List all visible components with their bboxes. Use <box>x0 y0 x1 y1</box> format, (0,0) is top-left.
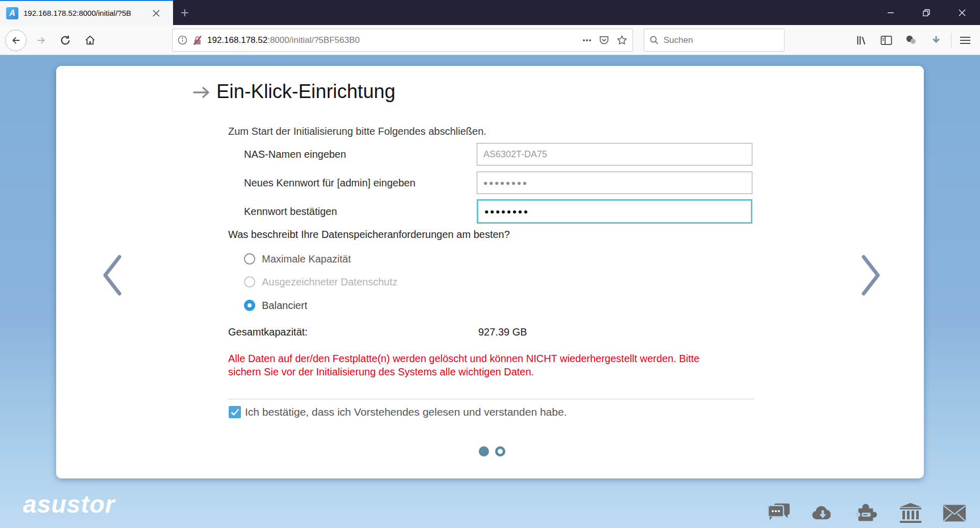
radio-label: Maximale Kapazität <box>262 253 351 265</box>
pagination-dot[interactable] <box>495 446 505 457</box>
chat-icon[interactable] <box>767 501 791 525</box>
extension-spheres-icon <box>905 34 917 46</box>
url-bar[interactable]: 192.168.178.52:8000/initial/?5BF563B0 <box>172 29 633 52</box>
new-tab-button[interactable]: + <box>175 0 194 25</box>
titlebar: A 192.168.178.52:8000/initial/?5B + <box>0 0 980 25</box>
insecure-lock-icon <box>192 35 203 45</box>
cloud-download-icon[interactable] <box>811 501 835 525</box>
intro-text: Zum Start der Initialisierung bitte Folg… <box>228 126 486 137</box>
confirm-password-label: Kennwort bestätigen <box>244 206 337 218</box>
nas-name-input[interactable] <box>477 143 752 165</box>
url-host: 192.168.178.52 <box>207 35 267 45</box>
page-actions-button[interactable] <box>582 39 592 42</box>
pocket-icon <box>599 35 609 45</box>
page-info-icon[interactable] <box>178 35 187 45</box>
search-icon <box>649 35 659 45</box>
nas-name-label: NAS-Namen eingeben <box>244 149 346 160</box>
radio-option-balanced[interactable]: Balanciert <box>244 299 307 311</box>
back-button[interactable] <box>4 25 28 55</box>
restore-button[interactable] <box>909 0 944 25</box>
home-button[interactable] <box>78 25 102 55</box>
toolbar-separator <box>951 33 951 47</box>
url-path: :8000/initial/?5BF563B0 <box>267 35 360 45</box>
url-text: 192.168.178.52:8000/initial/?5BF563B0 <box>207 35 360 45</box>
asustor-logo: asustor <box>23 490 115 518</box>
radio-label: Balanciert <box>262 300 307 311</box>
back-icon <box>5 30 27 51</box>
navigation-toolbar: 192.168.178.52:8000/initial/?5BF563B0 <box>0 25 980 55</box>
tab-title: 192.168.178.52:8000/initial/?5B <box>23 9 147 17</box>
footer-icons <box>767 501 966 525</box>
bookmark-star-button[interactable] <box>617 35 627 45</box>
reload-button[interactable] <box>54 25 77 55</box>
warning-line: Alle Daten auf der/den Festplatte(n) wer… <box>228 352 744 365</box>
asustor-favicon-icon: A <box>6 7 18 19</box>
downloads-button[interactable] <box>925 25 947 55</box>
browser-window: A 192.168.178.52:8000/initial/?5B + <box>0 0 980 528</box>
radio-disabled-icon <box>244 276 255 287</box>
reload-icon <box>60 35 71 46</box>
divider <box>228 399 754 399</box>
page-title: Ein-Klick-Einrichtung <box>216 81 396 103</box>
radio-option-max-capacity[interactable]: Maximale Kapazität <box>244 253 351 265</box>
radio-unselected-icon[interactable] <box>244 253 255 265</box>
library-button[interactable] <box>850 25 872 55</box>
search-input[interactable] <box>664 35 766 45</box>
star-icon <box>617 35 627 45</box>
browser-tab[interactable]: A 192.168.178.52:8000/initial/?5B <box>0 0 173 25</box>
close-button[interactable] <box>944 0 980 25</box>
menu-button[interactable] <box>954 25 976 55</box>
sidebar-toggle-button[interactable] <box>875 25 897 55</box>
pocket-button[interactable] <box>599 35 609 45</box>
radio-label: Ausgezeichneter Datenschutz <box>262 276 398 288</box>
title-arrow-icon <box>193 86 210 99</box>
library-icon <box>855 35 867 46</box>
pagination-dot-active[interactable] <box>479 446 489 457</box>
sidebar-icon <box>880 35 892 45</box>
search-bar[interactable] <box>644 29 785 52</box>
pagination <box>479 446 505 457</box>
confirm-checkbox-checked-icon[interactable] <box>229 406 241 418</box>
minimize-button[interactable] <box>873 0 909 25</box>
carousel-next-button[interactable] <box>859 253 883 298</box>
apps-puzzle-icon[interactable] <box>855 501 878 525</box>
ellipsis-icon <box>582 39 592 42</box>
capacity-label: Gesamtkapazität: <box>228 326 308 338</box>
capacity-value: 927.39 GB <box>478 326 527 338</box>
tab-close-icon[interactable] <box>150 7 162 19</box>
new-password-label: Neues Kennwort für [admin] eingeben <box>244 177 415 189</box>
confirm-password-input[interactable] <box>477 199 752 224</box>
radio-option-data-protection: Ausgezeichneter Datenschutz <box>244 276 398 288</box>
forward-icon <box>36 35 47 46</box>
carousel-prev-button[interactable] <box>100 253 125 298</box>
forward-button[interactable] <box>30 25 53 55</box>
home-icon <box>84 35 96 46</box>
window-controls <box>873 0 980 25</box>
data-loss-warning: Alle Daten auf der/den Festplatte(n) wer… <box>228 352 744 378</box>
datacenter-icon[interactable] <box>899 501 922 525</box>
radio-selected-icon[interactable] <box>244 300 255 311</box>
download-icon <box>930 35 942 46</box>
setup-page: Ein-Klick-Einrichtung Zum Start der Init… <box>0 55 980 528</box>
confirm-label: Ich bestätige, dass ich Vorstehendes gel… <box>245 406 567 418</box>
hamburger-menu-icon <box>960 36 970 44</box>
storage-question: Was beschreibt Ihre Datenspeicheranforde… <box>228 229 510 241</box>
new-password-input[interactable] <box>477 172 752 194</box>
mail-icon[interactable] <box>943 501 966 525</box>
confirm-row[interactable]: Ich bestätige, dass ich Vorstehendes gel… <box>229 406 567 418</box>
warning-line: sichern Sie vor der Initialisierung des … <box>228 365 744 378</box>
extension-button[interactable] <box>900 25 922 55</box>
